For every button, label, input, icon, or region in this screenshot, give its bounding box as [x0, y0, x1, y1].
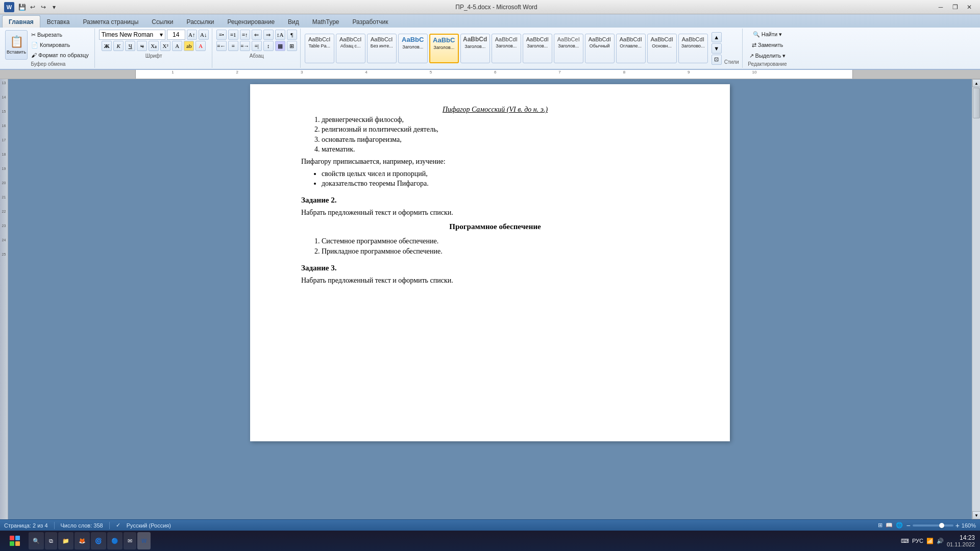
close-btn[interactable]: ✕	[963, 2, 976, 12]
style-heading6[interactable]: AaBbCeI Заголов...	[554, 34, 583, 63]
redo-quick-btn[interactable]: ↪	[39, 3, 48, 12]
ribbon: Главная Вставка Разметка страницы Ссылки…	[0, 14, 980, 70]
styles-down-btn[interactable]: ▼	[712, 43, 722, 54]
qa-dropdown-btn[interactable]: ▾	[50, 3, 59, 12]
styles-expand-btn[interactable]: ⊡	[712, 55, 722, 65]
scrollbar-track[interactable]	[972, 87, 980, 511]
explorer-btn[interactable]: 📁	[58, 532, 74, 549]
style-heading3[interactable]: AaBbCd Заголов...	[460, 34, 490, 63]
bullets-button[interactable]: ≡•	[216, 30, 227, 40]
find-button[interactable]: 🔍 Найти ▾	[750, 30, 785, 39]
font-decrease-btn[interactable]: A↓	[199, 30, 209, 40]
subscript-button[interactable]: X₂	[149, 41, 159, 51]
style-table[interactable]: AaBbCcI Table Pa...	[305, 34, 334, 63]
zoom-thumb[interactable]	[939, 523, 944, 528]
shading-button[interactable]: ▦	[275, 41, 285, 51]
mail-btn[interactable]: ✉	[124, 532, 136, 549]
restore-btn[interactable]: ❐	[948, 2, 962, 12]
ruler-right-margin	[852, 70, 980, 79]
style-heading4[interactable]: AaBbCdI Заголов...	[492, 34, 521, 63]
font-color-button[interactable]: A	[195, 41, 206, 51]
status-divider2	[109, 522, 110, 529]
tab-layout[interactable]: Разметка страницы	[76, 15, 145, 28]
align-left-button[interactable]: ≡←	[216, 41, 227, 51]
font-increase-btn[interactable]: A↑	[187, 30, 197, 40]
copy-button[interactable]: 📄 Копировать	[29, 40, 91, 49]
style-heading2-active[interactable]: AaBbC Заголов...	[429, 34, 459, 63]
show-marks-button[interactable]: ¶	[287, 30, 297, 40]
zoom-slider[interactable]	[913, 524, 953, 527]
tab-home[interactable]: Главная	[2, 15, 40, 28]
sort-button[interactable]: ↕A	[275, 30, 285, 40]
style-abzac[interactable]: AaBbCcI Абзац с...	[336, 34, 365, 63]
superscript-button[interactable]: X²	[160, 41, 170, 51]
strikethrough-button[interactable]: ч̶	[137, 41, 147, 51]
justify-button[interactable]: ≡|	[252, 41, 262, 51]
font-name-selector[interactable]: Times New Roman ▾	[99, 30, 165, 40]
save-quick-btn[interactable]: 💾	[17, 3, 27, 12]
browser-btn[interactable]: 🦊	[75, 532, 90, 549]
line-spacing-button[interactable]: ↕	[263, 41, 274, 51]
system-clock[interactable]: 14:23 01.11.2022	[947, 534, 975, 547]
italic-button[interactable]: К	[113, 41, 124, 51]
text-effects-button[interactable]: A	[172, 41, 182, 51]
taskview-btn[interactable]: ⧉	[45, 532, 57, 549]
tab-insert[interactable]: Вставка	[40, 15, 77, 28]
font-group: Times New Roman ▾ 14 A↑ A↓ Ж К Ч ч̶ X₂ X…	[96, 29, 212, 68]
decrease-indent-button[interactable]: ⇐	[252, 30, 262, 40]
view-normal-btn[interactable]: ⊞	[878, 522, 883, 529]
tab-view[interactable]: Вид	[281, 15, 306, 28]
style-no-int[interactable]: AaBbCcI Без инте...	[367, 34, 397, 63]
replace-button[interactable]: ⇄ Заменить	[749, 40, 786, 49]
cut-button[interactable]: ✂ Вырезать	[29, 30, 91, 39]
tab-mailings[interactable]: Рассылки	[180, 15, 221, 28]
word-taskbar-btn[interactable]: W	[137, 532, 151, 549]
edge-btn[interactable]: 🌀	[91, 532, 106, 549]
align-right-button[interactable]: ≡→	[240, 41, 250, 51]
view-web-btn[interactable]: 🌐	[896, 522, 903, 529]
bold-button[interactable]: Ж	[102, 41, 112, 51]
paste-icon: 📋	[10, 35, 23, 48]
borders-button[interactable]: ⊞	[287, 41, 297, 51]
paste-button[interactable]: 📋 Вставить	[5, 30, 28, 60]
tab-review[interactable]: Рецензирование	[220, 15, 281, 28]
lang-indicator[interactable]: РУС	[912, 538, 923, 544]
ruler-left-margin	[8, 70, 136, 79]
font-size-selector[interactable]: 14	[167, 30, 185, 40]
quick-access-toolbar: 💾 ↩ ↪ ▾	[17, 3, 59, 12]
tab-references[interactable]: Ссылки	[145, 15, 180, 28]
styles-up-btn[interactable]: ▲	[712, 32, 722, 42]
style-heading-last[interactable]: AaBbCdI Заголово...	[678, 34, 708, 63]
tab-mathtype[interactable]: MathType	[306, 15, 346, 28]
style-main[interactable]: AaBbCdI Основн...	[647, 34, 677, 63]
increase-indent-button[interactable]: ⇒	[263, 30, 274, 40]
view-reading-btn[interactable]: 📖	[886, 522, 893, 529]
highlight-button[interactable]: ab	[184, 41, 194, 51]
undo-quick-btn[interactable]: ↩	[28, 3, 37, 12]
style-toc[interactable]: AaBbCdI Оглавле...	[616, 34, 646, 63]
style-normal[interactable]: AaBbCdI Обычный	[585, 34, 615, 63]
style-heading1[interactable]: AaBbC Заголов...	[398, 34, 428, 63]
scrollbar-thumb[interactable]	[973, 88, 980, 118]
scroll-down-btn[interactable]: ▼	[972, 511, 980, 519]
zoom-in-btn[interactable]: +	[955, 521, 960, 530]
tab-developer[interactable]: Разработчик	[346, 15, 395, 28]
align-center-button[interactable]: ≡	[228, 41, 238, 51]
minimize-btn[interactable]: ─	[934, 2, 947, 12]
ie-btn[interactable]: 🔵	[107, 532, 122, 549]
vertical-scrollbar: ▲ ▼	[972, 79, 980, 519]
document-page[interactable]: Пифагор Самосский (VI в. до н. э.) древн…	[250, 84, 730, 441]
numbering-button[interactable]: ≡1	[228, 30, 238, 40]
style-heading5[interactable]: AaBbCdI Заголов...	[523, 34, 552, 63]
search-taskbar-btn[interactable]: 🔍	[29, 532, 44, 549]
select-button[interactable]: ↗ Выделить ▾	[747, 51, 789, 60]
start-button[interactable]	[2, 532, 28, 549]
underline-button[interactable]: Ч	[125, 41, 135, 51]
para-row1: ≡• ≡1 ≡↑ ⇐ ⇒ ↕A ¶	[216, 30, 297, 40]
format-copy-button[interactable]: 🖌 Формат по образцу	[29, 51, 91, 60]
list-item: древнегреческий философ,	[322, 115, 689, 125]
multilevel-button[interactable]: ≡↑	[240, 30, 250, 40]
scroll-up-btn[interactable]: ▲	[972, 79, 980, 87]
zoom-out-btn[interactable]: −	[906, 521, 910, 530]
task3-desc: Набрать предложенный текст и оформить сп…	[301, 276, 689, 286]
